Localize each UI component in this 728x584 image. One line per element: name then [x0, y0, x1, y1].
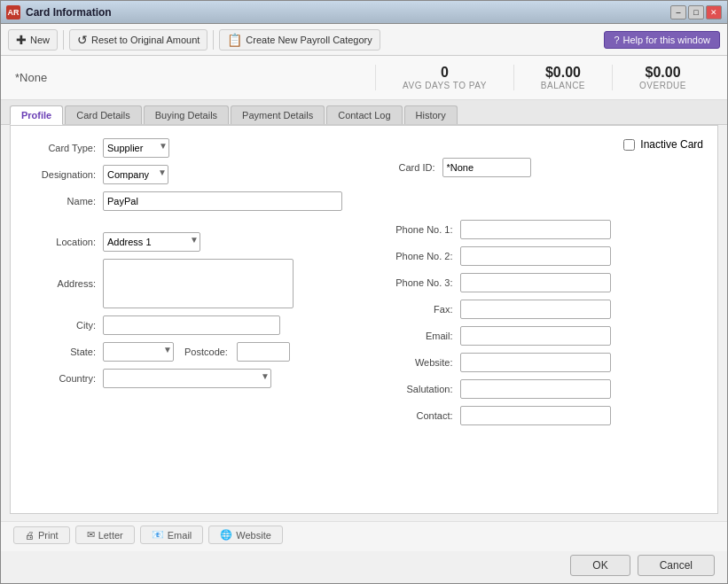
state-label: State: — [25, 347, 96, 357]
right-column: Inactive Card Card ID: Phone No. 1: Phon… — [373, 138, 704, 432]
reset-button[interactable]: ↺ Reset to Original Amount — [69, 29, 207, 51]
close-button[interactable]: ✕ — [706, 5, 722, 19]
inactive-card-label: Inactive Card — [640, 138, 703, 151]
name-input[interactable] — [103, 191, 342, 211]
name-row: Name: — [25, 191, 356, 211]
website-button[interactable]: 🌐 Website — [208, 526, 283, 544]
salutation-row: Salutation: — [373, 379, 704, 399]
website-row: Website: — [373, 353, 704, 372]
ok-button[interactable]: OK — [570, 555, 630, 576]
card-type-label: Card Type: — [25, 143, 96, 153]
phone3-label: Phone No. 3: — [373, 277, 453, 288]
name-label: Name: — [25, 196, 96, 206]
tab-buying-details[interactable]: Buying Details — [144, 105, 229, 124]
overdue-stat: $0.00 OVERDUE — [612, 65, 713, 90]
email-icon: 📧 — [152, 529, 164, 541]
phone2-row: Phone No. 2: — [373, 246, 704, 266]
fax-input[interactable] — [460, 300, 611, 319]
designation-label: Designation: — [25, 169, 96, 180]
email-row: Email: — [373, 326, 704, 346]
tab-profile[interactable]: Profile — [10, 105, 63, 125]
city-row: City: — [25, 315, 356, 335]
country-row: Country: Australia New Zealand United St… — [25, 369, 356, 388]
inactive-card-checkbox[interactable] — [623, 139, 635, 151]
location-select[interactable]: Address 1 Address 2 Address 3 — [103, 232, 200, 252]
toolbar-separator-1 — [63, 30, 64, 50]
location-select-wrapper: Address 1 Address 2 Address 3 ▼ — [103, 232, 200, 252]
letter-icon: ✉ — [87, 529, 95, 541]
print-icon: 🖨 — [25, 530, 35, 541]
balance-value: $0.00 — [545, 65, 581, 81]
email-label: Email: — [373, 331, 453, 341]
designation-row: Designation: Company Individual ▼ — [25, 165, 356, 184]
minimize-button[interactable]: – — [670, 5, 686, 19]
phone1-row: Phone No. 1: — [373, 220, 704, 239]
address-row: Address: — [25, 259, 356, 308]
card-information-window: AR Card Information – □ ✕ ✚ New ↺ Reset … — [0, 0, 728, 584]
balance-stat: $0.00 BALANCE — [513, 65, 612, 90]
designation-select[interactable]: Company Individual — [103, 165, 168, 184]
email-button[interactable]: 📧 Email — [140, 526, 204, 544]
new-icon: ✚ — [16, 33, 27, 47]
fax-row: Fax: — [373, 300, 704, 319]
salutation-input[interactable] — [460, 379, 611, 399]
state-select-wrapper: NSW VIC QLD ▼ — [103, 342, 174, 362]
payroll-icon: 📋 — [227, 33, 242, 47]
city-label: City: — [25, 320, 96, 331]
tabs-bar: Profile Card Details Buying Details Paym… — [1, 100, 727, 125]
address-textarea[interactable] — [103, 259, 294, 308]
ok-cancel-bar: OK Cancel — [1, 551, 727, 583]
cancel-button[interactable]: Cancel — [638, 555, 715, 576]
summary-bar: *None 0 AVG DAYS TO PAY $0.00 BALANCE $0… — [1, 56, 727, 100]
country-select[interactable]: Australia New Zealand United States — [103, 369, 271, 388]
tab-history[interactable]: History — [404, 105, 458, 124]
reset-icon: ↺ — [77, 33, 88, 47]
new-button[interactable]: ✚ New — [8, 29, 58, 51]
card-id-row: Card ID: — [373, 158, 704, 177]
create-payroll-button[interactable]: 📋 Create New Payroll Category — [219, 29, 380, 51]
maximize-button[interactable]: □ — [688, 5, 704, 19]
country-select-wrapper: Australia New Zealand United States ▼ — [103, 369, 271, 388]
balance-label: BALANCE — [541, 81, 585, 90]
card-type-row: Card Type: Supplier Customer Employee Pe… — [25, 138, 356, 158]
bottom-bar: 🖨 Print ✉ Letter 📧 Email 🌐 Website — [1, 521, 727, 551]
phone2-label: Phone No. 2: — [373, 251, 453, 261]
postcode-input[interactable] — [237, 342, 290, 362]
card-id-label: Card ID: — [373, 162, 435, 173]
state-row: State: NSW VIC QLD ▼ Postcode: — [25, 342, 356, 362]
print-button[interactable]: 🖨 Print — [13, 526, 70, 544]
website-input[interactable] — [460, 353, 611, 372]
location-label: Location: — [25, 237, 96, 247]
fax-label: Fax: — [373, 304, 453, 315]
phone1-input[interactable] — [460, 220, 611, 239]
window-title: Card Information — [26, 6, 112, 19]
contact-input[interactable] — [460, 406, 611, 425]
letter-button[interactable]: ✉ Letter — [75, 526, 135, 544]
card-type-select[interactable]: Supplier Customer Employee Personal — [103, 138, 169, 158]
phone1-label: Phone No. 1: — [373, 224, 453, 235]
phone2-input[interactable] — [460, 246, 611, 266]
tab-card-details[interactable]: Card Details — [65, 105, 142, 124]
card-id-input[interactable] — [442, 158, 531, 177]
location-row: Location: Address 1 Address 2 Address 3 … — [25, 232, 356, 252]
tab-contact-log[interactable]: Contact Log — [326, 105, 402, 124]
toolbar: ✚ New ↺ Reset to Original Amount 📋 Creat… — [1, 24, 727, 56]
website-icon: 🌐 — [220, 529, 232, 541]
help-icon: ? — [614, 35, 619, 45]
avg-days-label: AVG DAYS TO PAY — [403, 81, 487, 90]
address-label: Address: — [25, 278, 96, 289]
email-input[interactable] — [460, 326, 611, 346]
designation-select-wrapper: Company Individual ▼ — [103, 165, 168, 184]
card-name: *None — [15, 71, 375, 84]
city-input[interactable] — [103, 315, 280, 335]
app-icon: AR — [6, 5, 20, 19]
phone3-input[interactable] — [460, 273, 611, 292]
contact-row: Contact: — [373, 406, 704, 425]
card-type-select-wrapper: Supplier Customer Employee Personal ▼ — [103, 138, 169, 158]
help-button[interactable]: ? Help for this window — [604, 31, 720, 49]
toolbar-separator-2 — [213, 30, 214, 50]
state-select[interactable]: NSW VIC QLD — [103, 342, 174, 362]
overdue-label: OVERDUE — [639, 81, 686, 90]
tab-payment-details[interactable]: Payment Details — [231, 105, 325, 124]
left-column: Card Type: Supplier Customer Employee Pe… — [25, 138, 356, 432]
